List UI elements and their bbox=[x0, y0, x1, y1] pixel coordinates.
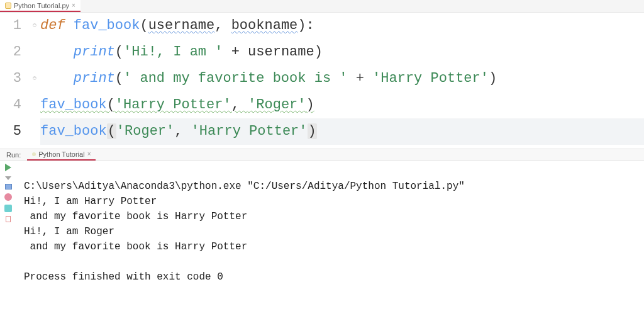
run-panel: C:\Users\Aditya\Anaconda3\python.exe "C:… bbox=[0, 161, 644, 328]
code-line[interactable]: print('Hi!, I am ' + username) bbox=[40, 39, 644, 65]
stop-icon[interactable] bbox=[4, 193, 12, 201]
fold-marker-icon[interactable]: ⊖ bbox=[29, 13, 40, 39]
console-line: and my favorite book is Harry Potter bbox=[24, 241, 247, 252]
console-line: C:\Users\Aditya\Anaconda3\python.exe "C:… bbox=[24, 181, 465, 192]
console-line: and my favorite book is Harry Potter bbox=[24, 211, 247, 222]
code-line[interactable]: def fav_book(username, bookname): bbox=[40, 13, 644, 39]
editor-tab[interactable]: Python Tutorial.py × bbox=[0, 0, 80, 12]
close-icon[interactable]: × bbox=[87, 151, 91, 157]
code-line[interactable]: fav_book('Roger', 'Harry Potter') bbox=[40, 118, 644, 145]
console-output[interactable]: C:\Users\Aditya\Anaconda3\python.exe "C:… bbox=[16, 161, 644, 328]
scroll-down-icon[interactable] bbox=[5, 176, 11, 180]
delete-icon[interactable] bbox=[6, 216, 11, 222]
code-line[interactable]: print(' and my favorite book is ' + 'Har… bbox=[40, 65, 644, 92]
close-icon[interactable]: × bbox=[72, 3, 75, 9]
code-area[interactable]: def fav_book(username, bookname): print(… bbox=[40, 13, 644, 145]
editor-tab-bar: Python Tutorial.py × bbox=[0, 0, 644, 13]
code-editor[interactable]: 1 2 3 4 5 ⊖ ⊖ def fav_book(username, boo… bbox=[0, 13, 644, 145]
line-number: 2 bbox=[0, 39, 21, 65]
line-number: 4 bbox=[0, 92, 21, 118]
line-number: 5 bbox=[0, 118, 21, 145]
editor-tab-filename: Python Tutorial.py bbox=[14, 2, 69, 9]
console-line: Hi!, I am Roger bbox=[24, 226, 114, 237]
console-line: Process finished with exit code 0 bbox=[24, 271, 223, 283]
run-tab[interactable]: Python Tutorial × bbox=[27, 149, 96, 161]
run-label: Run: bbox=[0, 151, 27, 159]
run-toolbar: Run: Python Tutorial × bbox=[0, 149, 644, 161]
run-icon-strip bbox=[0, 161, 16, 328]
code-line[interactable]: fav_book('Harry Potter', 'Roger') bbox=[40, 92, 644, 118]
console-line: Hi!, I am Harry Potter bbox=[24, 196, 157, 207]
run-config-icon bbox=[32, 152, 36, 156]
print-icon[interactable] bbox=[4, 205, 12, 212]
fold-marker-icon[interactable]: ⊖ bbox=[29, 65, 40, 92]
line-number: 1 bbox=[0, 13, 21, 39]
fold-column: ⊖ ⊖ bbox=[29, 13, 40, 145]
line-number-gutter: 1 2 3 4 5 bbox=[0, 13, 29, 145]
line-number: 3 bbox=[0, 65, 21, 92]
python-file-icon bbox=[5, 3, 11, 9]
soft-wrap-icon[interactable] bbox=[5, 184, 12, 189]
rerun-icon[interactable] bbox=[5, 164, 11, 171]
run-tab-name: Python Tutorial bbox=[38, 150, 84, 158]
